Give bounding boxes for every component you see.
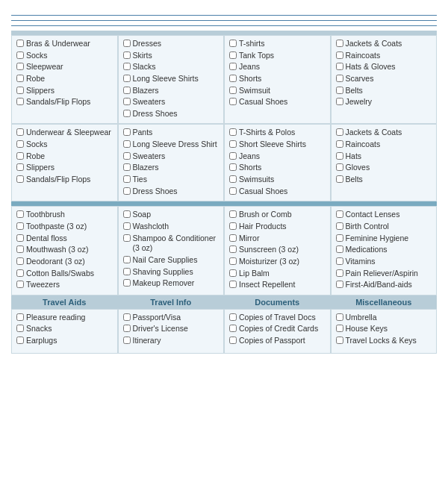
checklist-checkbox[interactable] (336, 152, 343, 160)
checklist-checkbox[interactable] (16, 337, 24, 344)
checklist-checkbox[interactable] (336, 51, 343, 59)
checklist-checkbox[interactable] (123, 63, 131, 70)
checklist-checkbox[interactable] (123, 175, 131, 183)
checklist-checkbox[interactable] (16, 63, 24, 70)
checklist-checkbox[interactable] (123, 222, 131, 230)
checklist-checkbox[interactable] (123, 40, 131, 47)
checklist-checkbox[interactable] (123, 51, 131, 59)
checklist-checkbox[interactable] (16, 163, 24, 171)
checklist-checkbox[interactable] (229, 325, 237, 332)
checklist-checkbox[interactable] (336, 234, 343, 242)
list-item: Medications (336, 245, 432, 255)
checklist-checkbox[interactable] (16, 152, 24, 160)
checklist-checkbox[interactable] (123, 210, 131, 218)
travel-header-travel-aids[interactable]: Travel Aids (11, 295, 118, 309)
checklist-checkbox[interactable] (16, 281, 24, 288)
checklist-checkbox[interactable] (336, 75, 343, 82)
checklist-checkbox[interactable] (123, 128, 131, 136)
checklist-checkbox[interactable] (229, 210, 237, 218)
checklist-checkbox[interactable] (16, 325, 24, 332)
checklist-checkbox[interactable] (16, 40, 24, 47)
checklist-checkbox[interactable] (336, 257, 343, 265)
checklist-checkbox[interactable] (229, 222, 237, 230)
checklist-checkbox[interactable] (229, 245, 237, 253)
item-label: Umbrella (346, 313, 377, 323)
travel-header-documents[interactable]: Documents (224, 295, 331, 309)
checklist-checkbox[interactable] (336, 175, 343, 183)
item-label: Sleepwear (26, 62, 63, 72)
list-item: Socks (16, 51, 113, 61)
travel-header-travel-info[interactable]: Travel Info (118, 295, 225, 309)
checklist-checkbox[interactable] (123, 110, 131, 117)
checklist-checkbox[interactable] (336, 325, 343, 332)
checklist-checkbox[interactable] (229, 257, 237, 265)
checklist-checkbox[interactable] (123, 75, 131, 82)
checklist-checkbox[interactable] (16, 75, 24, 82)
checklist-checkbox[interactable] (336, 281, 343, 288)
list-item: Slippers (16, 163, 113, 173)
checklist-checkbox[interactable] (336, 313, 343, 321)
checklist-checkbox[interactable] (336, 269, 343, 277)
list-item: Passport/Visa (123, 313, 220, 323)
checklist-checkbox[interactable] (16, 257, 24, 265)
checklist-checkbox[interactable] (336, 140, 343, 148)
checklist-checkbox[interactable] (16, 128, 24, 136)
checklist-checkbox[interactable] (336, 40, 343, 47)
checklist-checkbox[interactable] (229, 175, 237, 183)
checklist-checkbox[interactable] (123, 268, 131, 275)
checklist-checkbox[interactable] (229, 152, 237, 160)
checklist-checkbox[interactable] (336, 128, 343, 136)
checklist-checkbox[interactable] (229, 140, 237, 148)
list-item: Shaving Supplies (123, 267, 220, 278)
checklist-checkbox[interactable] (336, 337, 343, 344)
checklist-checkbox[interactable] (229, 281, 237, 288)
checklist-checkbox[interactable] (229, 40, 237, 47)
checklist-checkbox[interactable] (336, 163, 343, 171)
checklist-checkbox[interactable] (336, 87, 343, 94)
checklist-checkbox[interactable] (123, 98, 131, 105)
checklist-checkbox[interactable] (336, 63, 343, 70)
checklist-checkbox[interactable] (16, 269, 24, 277)
checklist-checkbox[interactable] (229, 63, 237, 70)
travel-header-miscellaneous[interactable]: Miscellaneous (331, 295, 438, 309)
checklist-checkbox[interactable] (229, 51, 237, 59)
checklist-checkbox[interactable] (16, 140, 24, 148)
checklist-checkbox[interactable] (336, 98, 343, 105)
checklist-checkbox[interactable] (229, 75, 237, 82)
checklist-checkbox[interactable] (123, 325, 131, 332)
checklist-checkbox[interactable] (123, 187, 131, 195)
checklist-checkbox[interactable] (123, 152, 131, 160)
checklist-checkbox[interactable] (229, 313, 237, 321)
checklist-checkbox[interactable] (229, 163, 237, 171)
checklist-checkbox[interactable] (229, 98, 237, 105)
list-item: Tweezers (16, 280, 113, 290)
checklist-checkbox[interactable] (16, 222, 24, 230)
checklist-checkbox[interactable] (123, 337, 131, 344)
checklist-checkbox[interactable] (16, 245, 24, 253)
checklist-checkbox[interactable] (16, 175, 24, 183)
list-item: Snacks (16, 324, 113, 334)
checklist-checkbox[interactable] (123, 87, 131, 94)
checklist-checkbox[interactable] (336, 222, 343, 230)
checklist-checkbox[interactable] (336, 210, 343, 218)
checklist-checkbox[interactable] (229, 269, 237, 277)
checklist-checkbox[interactable] (123, 234, 131, 242)
checklist-checkbox[interactable] (16, 51, 24, 59)
checklist-checkbox[interactable] (229, 128, 237, 136)
checklist-checkbox[interactable] (123, 279, 131, 287)
item-label: Driver's License (133, 324, 188, 334)
checklist-checkbox[interactable] (16, 210, 24, 218)
checklist-checkbox[interactable] (16, 87, 24, 94)
checklist-checkbox[interactable] (229, 87, 237, 94)
checklist-checkbox[interactable] (123, 256, 131, 263)
checklist-checkbox[interactable] (123, 163, 131, 171)
checklist-checkbox[interactable] (229, 187, 237, 195)
checklist-checkbox[interactable] (16, 313, 24, 321)
checklist-checkbox[interactable] (229, 337, 237, 344)
checklist-checkbox[interactable] (336, 245, 343, 253)
checklist-checkbox[interactable] (16, 234, 24, 242)
checklist-checkbox[interactable] (123, 313, 131, 321)
checklist-checkbox[interactable] (123, 140, 131, 148)
checklist-checkbox[interactable] (16, 98, 24, 105)
checklist-checkbox[interactable] (229, 234, 237, 242)
